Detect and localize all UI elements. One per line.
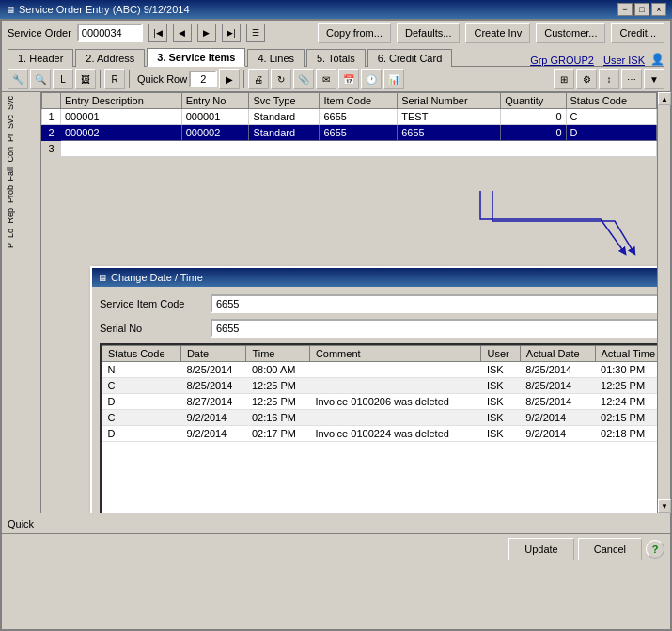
customer-button[interactable]: Customer... <box>536 23 605 43</box>
quick-row-go-button[interactable]: ▶ <box>219 69 240 89</box>
left-panel-svc1[interactable]: Svc <box>4 94 39 112</box>
letter-r-button[interactable]: R <box>104 69 125 89</box>
left-panel-pr[interactable]: Pr <box>4 132 39 144</box>
left-panel-con[interactable]: Con <box>4 145 39 165</box>
maximize-button[interactable]: □ <box>634 3 649 16</box>
grid-area: Entry Description Entry No Svc Type Item… <box>41 92 657 157</box>
scrollbar[interactable]: ▲ ▼ <box>657 92 670 513</box>
row-1-item-code: 6655 <box>320 109 398 125</box>
scroll-down-button[interactable]: ▼ <box>658 499 671 513</box>
nav-first-button[interactable]: |◀ <box>148 24 167 42</box>
hist-row-1-col-1: 8/25/2014 <box>180 378 246 394</box>
service-items-table: Entry Description Entry No Svc Type Item… <box>41 92 657 157</box>
tab-credit-card[interactable]: 6. Credit Card <box>367 49 452 67</box>
user-isk-link[interactable]: User ISK <box>603 55 645 66</box>
row-2-entry-desc: 000002 <box>61 125 182 141</box>
hist-row-2-col-3: Invoice 0100206 was deleted <box>309 394 481 410</box>
help-icon[interactable]: ? <box>646 540 664 559</box>
nav-list-button[interactable]: ☰ <box>246 24 265 42</box>
left-panel-prob[interactable]: Prob <box>4 183 39 205</box>
hist-row-3-col-0: C <box>102 410 181 426</box>
tab-header[interactable]: 1. Header <box>8 49 73 67</box>
update-button[interactable]: Update <box>508 538 573 560</box>
hist-row-2-col-6: 12:24 PM <box>595 394 657 410</box>
clock-button[interactable]: 🕐 <box>361 69 382 89</box>
service-item-code-input[interactable] <box>211 294 657 313</box>
defaults-button[interactable]: Defaults... <box>397 23 461 43</box>
nav-last-button[interactable]: ▶| <box>222 24 241 42</box>
row-1-num: 1 <box>42 109 61 125</box>
col-svc-type: Svc Type <box>249 93 320 109</box>
hist-row-1-col-0: C <box>102 378 181 394</box>
copy-from-button[interactable]: Copy from... <box>318 23 391 43</box>
tools-button[interactable]: 🔧 <box>8 69 28 89</box>
grid-button[interactable]: ⊞ <box>554 69 574 89</box>
grp-group-link[interactable]: Grp GROUP2 <box>530 55 594 66</box>
extra-button[interactable]: ▼ <box>644 69 664 89</box>
credit-button[interactable]: Credit... <box>611 23 664 43</box>
hist-row-4-col-3: Invoice 0100224 was deleted <box>309 426 481 442</box>
history-row[interactable]: C9/2/201402:16 PMISK9/2/201402:15 PM <box>102 410 658 426</box>
search-button[interactable]: 🔍 <box>30 69 51 89</box>
left-panel-svc2[interactable]: Svc <box>4 113 39 131</box>
row-1-status-code: C <box>566 109 656 125</box>
filter-button[interactable]: ⚙ <box>576 69 597 89</box>
dialog-title-bar: 🖥 Change Date / Time × <box>92 268 657 287</box>
tab-address[interactable]: 2. Address <box>75 49 145 67</box>
nav-prev-button[interactable]: ◀ <box>173 24 192 42</box>
calendar-button[interactable]: 📅 <box>338 69 359 89</box>
dialog-title-text: Change Date / Time <box>111 272 203 283</box>
letter-l-button[interactable]: L <box>53 69 73 89</box>
table-row[interactable]: 1 000001 000001 Standard 6655 TEST 0 C <box>42 109 657 125</box>
service-order-input[interactable] <box>77 24 143 42</box>
left-panel-p[interactable]: P <box>4 241 39 250</box>
cancel-button[interactable]: Cancel <box>578 538 642 560</box>
history-row[interactable]: C8/25/201412:25 PMISK8/25/201412:25 PM <box>102 378 658 394</box>
toolbar: 🔧 🔍 L 🖼 R Quick Row ▶ 🖨 ↻ 📎 ✉ 📅 🕐 📊 ⊞ ⚙ … <box>2 67 670 92</box>
image-button[interactable]: 🖼 <box>75 69 96 89</box>
more-button[interactable]: ⋯ <box>621 69 642 89</box>
minimize-button[interactable]: − <box>617 3 633 16</box>
left-panel-rep[interactable]: Rep <box>4 206 39 226</box>
hist-col-comment: Comment <box>309 346 481 362</box>
refresh-button[interactable]: ↻ <box>271 69 291 89</box>
hist-col-time: Time <box>246 346 309 362</box>
row-2-quantity: 0 <box>501 125 566 141</box>
hist-row-3-col-4: ISK <box>481 410 520 426</box>
main-window: Service Order |◀ ◀ ▶ ▶| ☰ Copy from... D… <box>0 19 672 631</box>
serial-no-input[interactable] <box>211 319 657 338</box>
grid-wrapper: Entry Description Entry No Svc Type Item… <box>41 92 657 513</box>
window-title: Service Order Entry (ABC) 9/12/2014 <box>19 4 190 15</box>
attach-button[interactable]: 📎 <box>293 69 314 89</box>
hist-row-4-col-0: D <box>102 426 181 442</box>
history-row[interactable]: D9/2/201402:17 PMInvoice 0100224 was del… <box>102 426 658 442</box>
chart-button[interactable]: 📊 <box>383 69 404 89</box>
hist-row-3-col-1: 9/2/2014 <box>180 410 246 426</box>
hist-row-0-col-3 <box>309 362 481 378</box>
scroll-up-button[interactable]: ▲ <box>658 92 671 105</box>
table-row[interactable]: 2 000002 000002 Standard 6655 6655 0 D <box>42 125 657 141</box>
col-quantity: Quantity <box>501 93 566 109</box>
history-table-wrapper: Status Code Date Time Comment User Actua… <box>100 343 657 513</box>
tab-service-items[interactable]: 3. Service Items <box>147 48 245 67</box>
tab-lines[interactable]: 4. Lines <box>247 49 305 67</box>
email-button[interactable]: ✉ <box>316 69 336 89</box>
sort-button[interactable]: ↕ <box>599 69 619 89</box>
hist-row-1-col-5: 8/25/2014 <box>520 378 595 394</box>
hist-row-3-col-2: 02:16 PM <box>246 410 309 426</box>
footer-row: Update Cancel ? <box>2 533 670 564</box>
tab-totals[interactable]: 5. Totals <box>306 49 366 67</box>
print-button[interactable]: 🖨 <box>248 69 269 89</box>
hist-row-0-col-5: 8/25/2014 <box>520 362 595 378</box>
history-row[interactable]: D8/27/201412:25 PMInvoice 0100206 was de… <box>102 394 658 410</box>
row-3-empty <box>61 141 657 157</box>
left-panel-fail[interactable]: Fail <box>4 166 39 183</box>
nav-next-button[interactable]: ▶ <box>197 24 216 42</box>
left-panel-lo[interactable]: Lo <box>4 227 39 240</box>
hist-col-status: Status Code <box>102 346 181 362</box>
history-row[interactable]: N8/25/201408:00 AMISK8/25/201401:30 PM <box>102 362 658 378</box>
quick-row-input[interactable] <box>189 71 217 87</box>
separator-2 <box>129 70 130 88</box>
create-inv-button[interactable]: Create Inv <box>465 23 530 43</box>
close-button[interactable]: × <box>651 3 666 16</box>
